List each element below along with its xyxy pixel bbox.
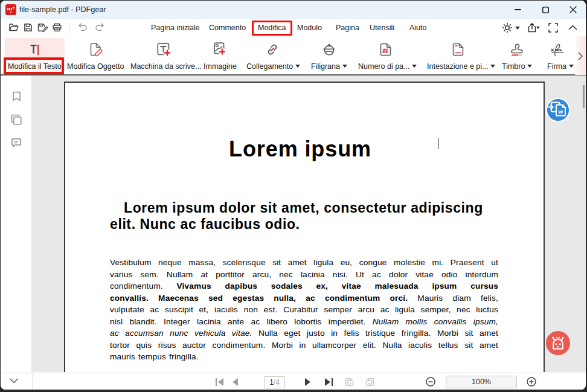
svg-text:w: w xyxy=(558,108,563,115)
